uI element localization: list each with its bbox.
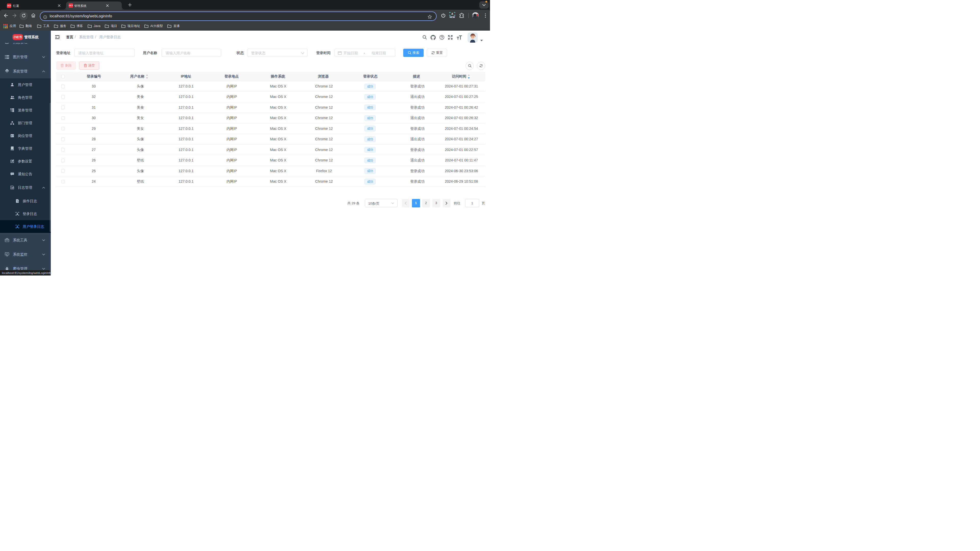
svg-text:A: A [451,13,453,15]
